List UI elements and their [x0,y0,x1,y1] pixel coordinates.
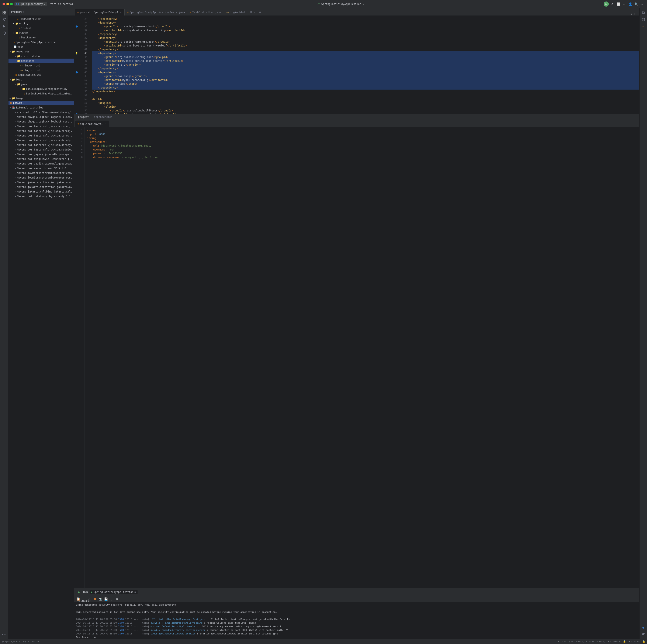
tab-login[interactable]: <> login.html [224,9,248,15]
tree-item-lib-corretto[interactable]: ▶ < corretto-17 > /Users/eve/Library/Jav… [8,110,74,115]
tree-item-target[interactable]: ▶ 📁 target [8,96,74,100]
tree-item-application-yml[interactable]: ⚙ application.yml [8,73,74,77]
project-panel-header[interactable]: Project ▾ [8,8,74,16]
gutter-41 [74,44,79,48]
tree-item-templates[interactable]: ▾ 📁 templates [8,59,74,63]
tab-testcontroller[interactable]: ☕ TestController.java [188,9,224,15]
status-cursor[interactable]: 43:1 (373 chars, 9 line breaks) [562,640,605,643]
console-actuator-btn[interactable]: ⚡ Actuator [81,597,86,601]
tree-item-com-example[interactable]: ▾ 📁 com.example.springbootstudy [8,87,74,91]
console-save-btn[interactable]: 💾 [103,597,108,601]
sidebar-icon-more[interactable]: ••• [1,631,7,637]
tab-tests[interactable]: ☕ SpringBootStudyApplicationTests.java [125,9,187,15]
console-stop-btn[interactable]: ⏹ [92,597,97,601]
sidebar-icon-run[interactable] [1,23,7,29]
sidebar-icon-vcs[interactable] [1,16,7,22]
yaml-code[interactable]: server: port: 8080 spring: datasource: u… [84,127,639,588]
tree-item-testrunner[interactable]: ☕ TestRunner [8,35,74,40]
tree-item-lib-jackson-core[interactable]: ▶ Maven: com.fasterxml.jackson.core:jack… [8,129,74,133]
status-spaces[interactable]: 4 spaces [629,640,640,643]
gutter-51 [74,82,79,86]
console-app-tab[interactable]: ▶ SpringBootStudyApplication ✕ [89,590,138,594]
tree-item-resources[interactable]: ▾ 📁 resources [8,49,74,54]
yaml-editor-content[interactable]: 1234 5678 server: port: 8080 spring: dat… [74,127,639,588]
tree-item-testcontroller[interactable]: ☕ TestController [8,16,74,21]
tree-item-lib-micrometer-commons[interactable]: ▶ Maven: io.micrometer:micrometer-common… [8,171,74,175]
tree-item-lib-bytebuddy[interactable]: ▶ Maven: net.bytebuddy:byte-buddy:1.14.1… [8,194,74,199]
close-button[interactable] [3,3,5,5]
tree-item-login-html[interactable]: <> login.html [8,68,74,73]
version-control-selector[interactable]: Version control ▾ [49,2,77,6]
tree-item-lib-jackson-ann[interactable]: ▶ Maven: com.fasterxml.jackson.core:jack… [8,124,74,129]
tab-d[interactable]: D ▾ [248,9,257,15]
tree-item-lib-vaadin[interactable]: ▶ Maven: com.vaadin.external.google:andr… [8,161,74,166]
tree-item-springbootapp[interactable]: ☕ SpringBootStudyApplication [8,40,74,45]
tree-item-lib-jsonpath[interactable]: ▶ Maven: com.jayway.jsonpath:json-path:2… [8,152,74,157]
tree-item-lib-logback-classic[interactable]: ▶ Maven: ch.qos.logback:logback-classic:… [8,115,74,119]
tab-close-pom[interactable]: ✕ [119,11,122,14]
tab-more[interactable]: ≫ [258,9,263,15]
minimize-button[interactable] [6,3,9,5]
profile-button[interactable]: 👤 [628,2,633,6]
console-snapshot-btn[interactable]: 📷 [98,597,103,601]
sidebar-icon-build[interactable] [1,30,7,36]
tree-item-lib-jackson-dt1[interactable]: ▶ Maven: com.fasterxml.jackson.datatype:… [8,138,74,143]
right-icon-maven[interactable]: m [640,23,646,29]
right-icon-users[interactable] [640,631,646,637]
window-button[interactable]: ⬜ [616,2,621,6]
tree-item-static[interactable]: ▶ 📁 static.static [8,54,74,59]
tree-item-lib-jakarta-act[interactable]: ▶ Maven: jakarta.activation:jakarta.acti… [8,180,74,185]
console-settings-btn[interactable]: ⚙ [115,597,119,601]
tree-arrow: ▶ [14,153,17,156]
right-icon-blue-circle[interactable]: ● [640,625,646,630]
tab-close-yaml[interactable]: ✕ [104,123,107,126]
console-restart-btn[interactable]: ↺ [87,597,92,601]
tree-arrow: ▾ [8,50,12,53]
status-line-sep[interactable]: LF [608,640,611,643]
right-icon-notifications[interactable] [640,10,646,16]
run-icon[interactable]: ▶ [77,590,81,594]
pom-code[interactable]: </dependency> <dependency> <groupId>org.… [89,16,639,114]
code-line-55: <build> [92,97,639,101]
tree-item-student[interactable]: ☕ Student [8,26,74,30]
tab-dependencies[interactable]: dependencies [92,115,115,119]
right-icon-db[interactable] [640,16,646,22]
tree-item-lib-hikaricp[interactable]: ▶ Maven: com.zaxxer:HikariCP:5.1.0 [8,166,74,171]
tree-item-lib-jakarta-xml[interactable]: ▶ Maven: jakarta.xml.bind:jakarta.xml.bi… [8,189,74,194]
ai-button[interactable]: ✦ [640,2,644,6]
tree-item-tests[interactable]: ☕ SpringBootStudyApplicationTests [8,91,74,96]
tree-item-lib-jackson-date[interactable]: ▶ Maven: com.fasterxml.jackson.core:jack… [8,133,74,138]
status-branch[interactable]: SpringBootStudy [2,640,26,643]
tree-item-test[interactable]: 📄 test [8,45,74,49]
sidebar-icon-project[interactable] [1,10,7,16]
tree-item-test-folder[interactable]: ▾ 📁 test [8,77,74,82]
status-encoding[interactable]: UTF-8 [614,640,621,643]
pom-code-editor[interactable]: 🔵 💡 🔵 [74,16,639,114]
tree-item-entity[interactable]: ▾ 📁 entity [8,21,74,26]
tree-item-index-html[interactable]: <> index.html [8,63,74,68]
maximize-button[interactable] [10,3,13,5]
tree-item-lib-micrometer-obs[interactable]: ▶ Maven: io.micrometer:micrometer-observ… [8,175,74,180]
tree-item-java[interactable]: ▾ 📁 java [8,82,74,87]
run-button[interactable]: ▶ [604,1,609,7]
tab-application-yml[interactable]: ⚙ application.yml ✕ [75,121,109,127]
more-button[interactable]: ⋯ [622,2,627,6]
tree-item-lib-jackson-dt2[interactable]: ▶ Maven: com.fasterxml.jackson.datatype:… [8,143,74,147]
app-tab-close[interactable]: ✕ [134,590,136,593]
console-scroll-btn[interactable]: ⌄ [109,597,114,601]
tree-item-external-libraries[interactable]: ▾ 📚 External Libraries [8,105,74,110]
tree-item-runner[interactable]: ▾ 📁 runner [8,30,74,35]
tree-item-lib-logback-core[interactable]: ▶ Maven: ch.qos.logback:logback-core:1.5… [8,119,74,124]
project-selector[interactable]: SB SpringBootStudy ▾ [14,2,47,6]
search-button[interactable]: 🔍 [634,2,639,6]
settings-button[interactable]: ⚙ [610,2,615,6]
tab-project[interactable]: project [76,115,91,119]
tab-pom-xml[interactable]: m pom.xml (SpringBootStudy) ✕ [75,9,125,15]
tree-item-lib-jakarta-ann[interactable]: ▶ Maven: jakarta.annotation:jakarta.anno… [8,185,74,189]
tree-item-lib-jackson-mod[interactable]: ▶ Maven: com.fasterxml.jackson.module:ja… [8,147,74,152]
tree-item-lib-mysql[interactable]: ▶ Maven: com.mysql:mysql-connector-j:8.3… [8,157,74,161]
scroll-indicator: ↑ 1 ▾ [631,13,638,15]
tree-item-pom-xml[interactable]: m pom.xml [8,100,74,105]
code-line-41: <artifactId>spring-boot-starter-thymelea… [92,44,639,48]
project-header-chevron: ▾ [23,10,24,13]
